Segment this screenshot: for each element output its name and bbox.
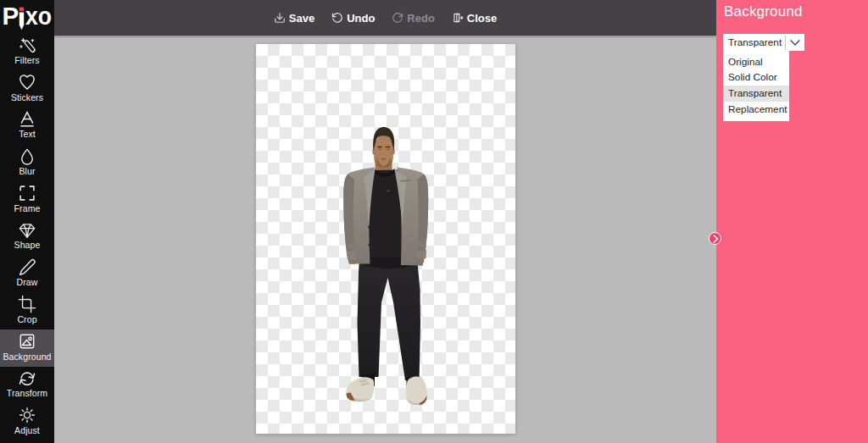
svg-text:xo: xo <box>25 2 52 30</box>
svg-text:P: P <box>3 2 19 30</box>
